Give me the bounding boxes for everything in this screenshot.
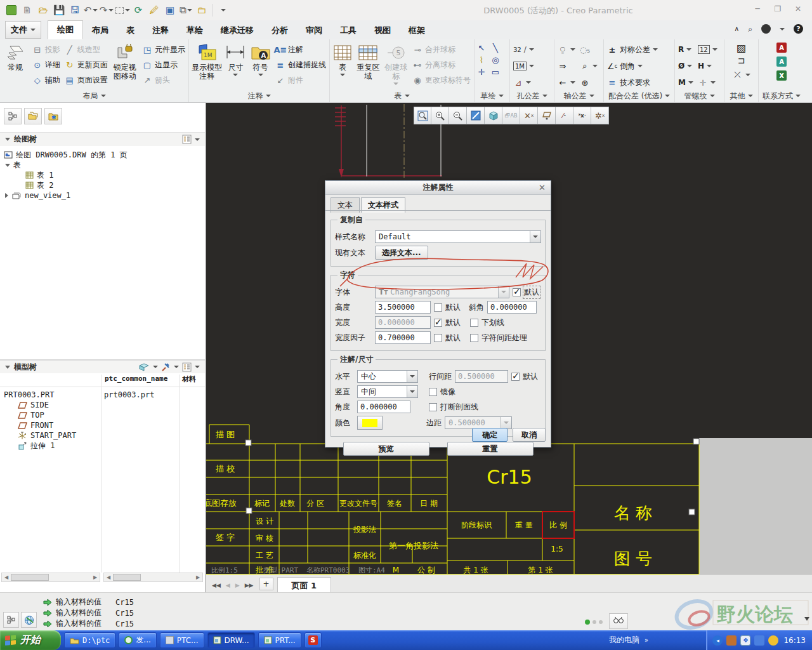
- message-tree-toggle-button[interactable]: [3, 612, 19, 628]
- repaint-button[interactable]: [467, 107, 485, 124]
- tree-display-dropdown-icon[interactable]: [195, 366, 200, 368]
- tree-item-tables[interactable]: 表: [4, 160, 128, 170]
- zoom-region-button[interactable]: [414, 107, 431, 124]
- reset-button[interactable]: 重置: [447, 442, 534, 456]
- tab-layout[interactable]: 布局: [83, 22, 117, 39]
- taskbar-button-drw[interactable]: DRW...: [207, 632, 255, 648]
- sketch-circle-icon[interactable]: ◎: [490, 55, 501, 65]
- ok-button[interactable]: 确定: [472, 428, 508, 442]
- pdf-export-icon[interactable]: [776, 43, 787, 53]
- update-sheet-button[interactable]: ↻更新页面: [63, 58, 109, 72]
- zoom-out-button[interactable]: [449, 107, 467, 124]
- zoom-in-button[interactable]: [431, 107, 449, 124]
- font-default-checkbox[interactable]: [513, 288, 521, 296]
- taskbar-button-app2[interactable]: 发...: [119, 632, 156, 648]
- new-object-icon[interactable]: 🗀: [194, 3, 209, 18]
- slant-input[interactable]: 0.000000: [487, 301, 537, 314]
- preview-button[interactable]: 预览: [343, 442, 429, 456]
- close-button[interactable]: ✕: [790, 4, 806, 14]
- attachment-button[interactable]: ↙附件: [274, 73, 327, 87]
- display-style-button[interactable]: [485, 107, 502, 124]
- break-line-button[interactable]: ⤫: [731, 68, 752, 82]
- dropdown-button[interactable]: [530, 231, 540, 242]
- tree-item-start-part-csys[interactable]: START_PART: [4, 430, 202, 441]
- collapse-icon[interactable]: [5, 138, 10, 141]
- width-factor-input[interactable]: 0.700000: [375, 331, 431, 344]
- tray-app-icon[interactable]: [726, 635, 737, 646]
- style-name-select[interactable]: Default: [375, 230, 541, 243]
- last-sheet-icon[interactable]: ▶▶: [243, 578, 256, 592]
- hole-tol-32-button[interactable]: 32∕: [512, 43, 535, 56]
- page-setup-button[interactable]: ▤页面设置: [63, 73, 109, 87]
- command-search-icon[interactable]: ⌕: [748, 25, 752, 34]
- break-hatch-checkbox[interactable]: [429, 403, 437, 411]
- tree-settings-dropdown-icon[interactable]: [195, 138, 200, 141]
- group-label-pipe-thread[interactable]: 管螺纹: [675, 90, 724, 102]
- redo-icon[interactable]: ↷: [99, 3, 114, 18]
- group-label-annotate[interactable]: 注释: [189, 90, 329, 102]
- appearance-icon[interactable]: 🖉: [147, 3, 162, 18]
- datum-csys-display-button[interactable]: ✲x: [591, 107, 609, 124]
- datum-display-filters-button[interactable]: ✕x: [520, 107, 538, 124]
- flange-icon[interactable]: ⊐: [737, 55, 747, 65]
- model-select-icon[interactable]: [138, 362, 150, 371]
- windows-icon[interactable]: ⧉: [178, 3, 193, 18]
- tab-frame[interactable]: 框架: [400, 22, 434, 39]
- previous-sheet-icon[interactable]: ◀: [224, 578, 232, 592]
- dimension-button[interactable]: 尺寸: [225, 41, 247, 76]
- taskbar-button-explorer[interactable]: D:\ptc: [64, 632, 115, 648]
- tab-view[interactable]: 视图: [365, 22, 400, 39]
- material-text[interactable]: Cr15: [487, 466, 532, 488]
- image-capture-icon[interactable]: ▣: [162, 3, 178, 18]
- model-tree-tab[interactable]: [4, 108, 22, 124]
- tree-item-part-root[interactable]: PRT0003.PRT prt0003.prt: [4, 390, 202, 400]
- column-common-name[interactable]: ptc_common_name: [105, 375, 167, 383]
- thread-12-button[interactable]: 12: [697, 43, 719, 56]
- tree-filter-icon[interactable]: [161, 362, 171, 372]
- symbol-button[interactable]: A 符号: [249, 41, 272, 76]
- projection-view-button[interactable]: ⊟投影: [31, 43, 62, 56]
- expanded-icon[interactable]: [5, 164, 10, 167]
- dropdown-button[interactable]: [498, 286, 509, 298]
- sketch-point-icon[interactable]: ✛: [476, 67, 487, 77]
- message-row[interactable]: 输入材料的值Cr15: [43, 607, 134, 618]
- merge-balloon-button[interactable]: ⊸合并球标: [411, 43, 472, 56]
- height-input[interactable]: 3.500000: [375, 301, 431, 314]
- desktop-band[interactable]: 我的电脑 »: [609, 630, 648, 650]
- edge-display-button[interactable]: ▢边显示: [141, 58, 187, 72]
- line-spacing-input[interactable]: 0.500000: [455, 370, 508, 383]
- tree-item-extrude[interactable]: 拉伸 1: [4, 441, 202, 451]
- tree-display-icon[interactable]: [182, 362, 192, 372]
- sym-tol-button[interactable]: ±对称公差: [606, 43, 659, 56]
- tab-file[interactable]: 文件: [5, 21, 41, 39]
- model-tree-hscrollbar[interactable]: ◀ ▶: [103, 573, 203, 582]
- note-button[interactable]: A≡注解: [274, 43, 327, 56]
- taskbar-button-sougou[interactable]: S: [304, 632, 322, 648]
- datum-axis-display-button[interactable]: ⁄∙: [556, 107, 573, 124]
- snap-line-button[interactable]: ≣创建捕捉线: [274, 58, 327, 72]
- group-label-layout[interactable]: 布局: [0, 90, 188, 102]
- margin-select[interactable]: 0.500000: [445, 416, 512, 429]
- group-label-fit-tol[interactable]: 配合公差 (优选): [604, 90, 674, 102]
- show-model-annotations-button[interactable]: 1M 显示模型注释: [191, 41, 223, 81]
- tray-input-icon[interactable]: ◂: [712, 635, 723, 646]
- group-label-sketch[interactable]: 草绘: [475, 90, 509, 102]
- underline-checkbox[interactable]: [470, 319, 478, 327]
- cancel-button[interactable]: 取消: [513, 428, 546, 442]
- font-select[interactable]: TT ChangFangSong: [375, 286, 509, 298]
- component-display-button[interactable]: ◳元件显示: [141, 43, 187, 56]
- group-label-contact[interactable]: 联系方式: [759, 90, 804, 102]
- connect-status-icon[interactable]: [761, 24, 771, 34]
- balloon-zoom-button[interactable]: ◌₅: [579, 43, 599, 56]
- height-default-checkbox[interactable]: [434, 303, 442, 312]
- regenerate-icon[interactable]: ⟳: [131, 3, 146, 18]
- hatch-icon[interactable]: ▨: [737, 43, 747, 53]
- thread-r-button[interactable]: R: [677, 43, 695, 56]
- new-file-icon[interactable]: 🗎: [20, 3, 35, 18]
- tab-analysis[interactable]: 分析: [263, 22, 297, 39]
- dialog-close-icon[interactable]: ✕: [539, 183, 546, 192]
- select-set-icon[interactable]: [115, 3, 130, 18]
- horizontal-select[interactable]: 中心: [357, 370, 418, 383]
- chamfer-button[interactable]: ∠c倒角: [606, 59, 659, 73]
- axis-tol-arrow-button[interactable]: ⇒: [556, 59, 577, 73]
